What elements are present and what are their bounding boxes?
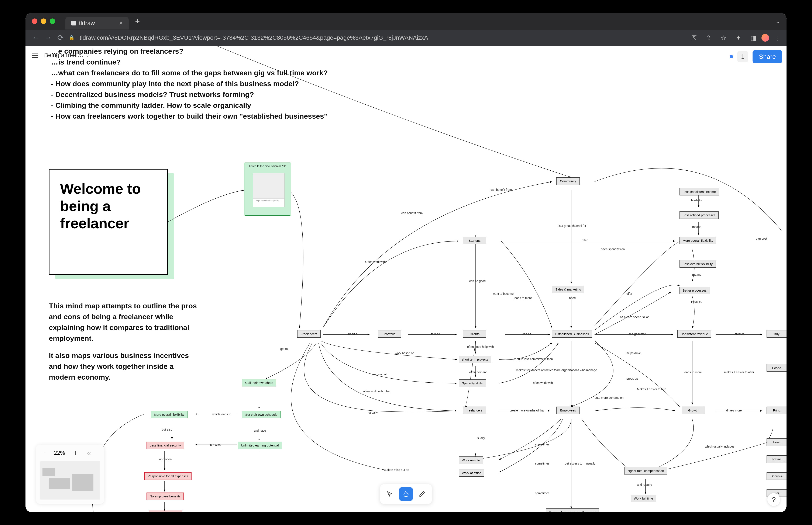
- edge-label: often work with other: [363, 390, 390, 393]
- node-econ[interactable]: Econo…: [767, 364, 786, 372]
- node-less-flex[interactable]: Less overall flexibility: [679, 260, 716, 268]
- edge-label: and often: [159, 457, 172, 461]
- page-selector[interactable]: Being a freel… ⌄: [44, 52, 89, 59]
- node-more-flex1[interactable]: More overall flexibility: [679, 237, 716, 244]
- edge-label: and have: [254, 429, 266, 432]
- edge-label: create more overhead than: [510, 409, 545, 412]
- node-work-office[interactable]: Work at office: [459, 469, 484, 477]
- open-external-icon[interactable]: ⇱: [691, 34, 697, 42]
- node-less-sec[interactable]: Less financial security: [147, 441, 184, 449]
- node-no-team[interactable]: No team or support: [149, 511, 182, 512]
- edge-label: are good at: [372, 373, 387, 376]
- profile-avatar[interactable]: [762, 34, 769, 42]
- tab-title: tldraw: [79, 20, 95, 27]
- node-expenses[interactable]: Responsible for all expenses: [144, 472, 192, 480]
- edge-label: creates: [735, 332, 744, 336]
- select-tool[interactable]: [383, 487, 397, 501]
- node-sales[interactable]: Sales & marketing: [552, 286, 585, 293]
- node-freelancers2[interactable]: freelancers: [463, 407, 486, 414]
- user-count[interactable]: 1: [737, 51, 748, 62]
- maximize-window-icon[interactable]: [50, 18, 55, 24]
- node-startups[interactable]: Startups: [463, 237, 486, 244]
- welcome-card[interactable]: Welcome to being a freelancer: [49, 169, 168, 275]
- node-health[interactable]: Healt…: [767, 438, 786, 446]
- node-no-benefits[interactable]: No employee benefits: [147, 493, 184, 500]
- kebab-menu-icon[interactable]: ⋮: [774, 34, 780, 41]
- reload-button[interactable]: ⟳: [57, 33, 64, 42]
- hand-tool[interactable]: [399, 487, 413, 501]
- node-community[interactable]: Community: [556, 177, 580, 185]
- node-better-proc[interactable]: Better processes: [679, 287, 710, 294]
- help-button[interactable]: ?: [767, 493, 780, 506]
- hamburger-menu[interactable]: [30, 50, 40, 60]
- node-short-term[interactable]: short term projects: [459, 356, 491, 363]
- collapse-minimap-icon[interactable]: «: [86, 449, 92, 457]
- node-unlimited[interactable]: Unlimited earning potential: [238, 441, 282, 449]
- edge-label: require less commitment than: [514, 357, 553, 361]
- share-browser-icon[interactable]: ⇪: [706, 34, 711, 42]
- zoom-out-button[interactable]: −: [40, 449, 47, 457]
- edge-label: which leads to: [212, 412, 231, 416]
- browser-tab[interactable]: tldraw ×: [65, 17, 129, 30]
- back-button[interactable]: ←: [32, 33, 40, 42]
- node-work-ft[interactable]: Work full time: [631, 495, 656, 502]
- minimap[interactable]: [40, 461, 100, 499]
- node-clients[interactable]: Clients: [463, 330, 486, 338]
- embed-link: https://twitter.com/i/spaces/…: [253, 198, 284, 207]
- url-text[interactable]: tldraw.com/v/8DORrp2NBqdRGxb_3EVU1?viewp…: [79, 34, 682, 41]
- minimize-window-icon[interactable]: [41, 18, 46, 24]
- tabs-menu-icon[interactable]: ⌄: [775, 18, 780, 25]
- tldraw-canvas[interactable]: Being a freel… ⌄ 1 Share …e companies re…: [26, 46, 786, 512]
- url-bar: ← → ⟳ 🔒 tldraw.com/v/8DORrp2NBqdRGxb_3EV…: [26, 30, 786, 46]
- edge-label: sometimes: [535, 442, 549, 446]
- edge-label: drives more: [726, 409, 742, 412]
- browser-window: tldraw × + ⌄ ← → ⟳ 🔒 tldraw.com/v/8DORrp…: [26, 13, 786, 512]
- close-tab-icon[interactable]: ×: [119, 19, 123, 27]
- node-hi-comp[interactable]: higher total compensation: [624, 467, 667, 475]
- edge-label: but also: [162, 428, 172, 431]
- forward-button[interactable]: →: [45, 33, 52, 42]
- node-less-refined[interactable]: Less refined processes: [679, 211, 719, 219]
- edge-label: is a great channel for: [559, 224, 586, 227]
- new-tab-button[interactable]: +: [135, 17, 140, 26]
- edge-label: usually: [368, 411, 378, 414]
- twitter-embed[interactable]: https://twitter.com/i/spaces/…: [253, 173, 284, 207]
- listen-label: Listen to the discussion on "X": [247, 164, 289, 168]
- edge-label: get access to: [565, 462, 582, 465]
- edge-label: often need help with: [467, 345, 494, 348]
- node-employees[interactable]: Employees: [556, 407, 580, 414]
- share-button[interactable]: Share: [753, 50, 782, 63]
- description-text: This mind map attempts to outline the pr…: [49, 300, 202, 389]
- edge-label: makes it easier to offer: [724, 371, 754, 374]
- edge-label: to land: [431, 332, 440, 336]
- node-retire[interactable]: Retire…: [767, 455, 786, 463]
- draw-tool[interactable]: [415, 487, 429, 501]
- node-portfolio[interactable]: Portfolio: [378, 330, 401, 338]
- node-less-income[interactable]: Less consistent income: [679, 188, 719, 195]
- edge-label: often miss out on: [386, 468, 409, 471]
- zoom-level[interactable]: 22%: [54, 450, 65, 456]
- edge-label: offer: [582, 239, 588, 242]
- bookmark-icon[interactable]: ☆: [721, 34, 726, 42]
- node-consistent[interactable]: Consistent revenue: [677, 330, 711, 338]
- edge-label: need a: [348, 332, 357, 336]
- node-buyers[interactable]: Buy…: [767, 330, 786, 338]
- close-window-icon[interactable]: [32, 18, 38, 24]
- node-more-flex2[interactable]: More overall flexibility: [151, 411, 188, 418]
- node-established[interactable]: Established Businesses: [552, 330, 592, 338]
- node-call-shots[interactable]: Call their own shots: [242, 379, 276, 387]
- zoom-in-button[interactable]: +: [72, 449, 78, 457]
- node-teammates[interactable]: Teammates, resources & support: [546, 508, 599, 512]
- node-specialty[interactable]: Specialty skills: [459, 379, 486, 387]
- edge-label: puts more demand on: [594, 396, 623, 399]
- extensions-icon[interactable]: ✦: [736, 34, 741, 42]
- node-fringe[interactable]: Fring…: [767, 407, 786, 414]
- panel-icon[interactable]: ◨: [750, 34, 756, 42]
- node-set-schedule[interactable]: Set their own schedule: [242, 411, 281, 418]
- edge-label: makes freelancers attractive to: [516, 369, 557, 372]
- edge-label: can cost: [756, 237, 767, 240]
- node-work-remote[interactable]: Work remote: [459, 456, 483, 464]
- node-freelancers[interactable]: Freelancers: [297, 330, 321, 338]
- node-growth[interactable]: Growth: [682, 407, 705, 414]
- node-bonus[interactable]: Bonus &…: [767, 472, 786, 480]
